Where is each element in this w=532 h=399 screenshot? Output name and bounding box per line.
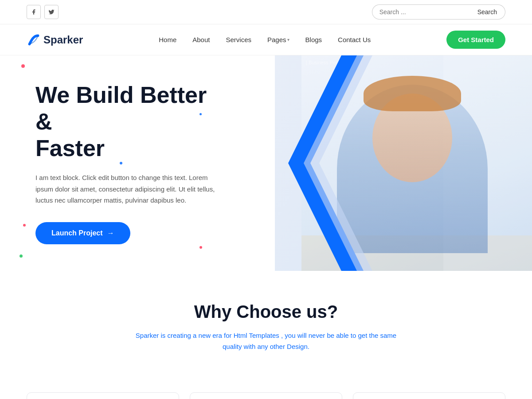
navbar: Sparker Home About Services Pages ▾ Blog…	[0, 24, 532, 55]
nav-item-pages[interactable]: Pages ▾	[267, 36, 289, 43]
nav-links: Home About Services Pages ▾ Blogs Contac…	[159, 36, 371, 44]
hero-section: We Build Better & Faster I am text block…	[0, 55, 532, 271]
blue-chevron-shape	[284, 55, 381, 271]
search-bar: Search	[372, 4, 505, 20]
nav-link-pages[interactable]: Pages ▾	[267, 36, 289, 43]
get-started-button[interactable]: Get Started	[446, 31, 505, 49]
nav-link-home[interactable]: Home	[159, 36, 176, 43]
hero-body-text: I am text block. Click edit button to ch…	[35, 172, 222, 206]
nav-link-about[interactable]: About	[192, 36, 210, 43]
logo-text: Sparker	[43, 34, 83, 46]
search-button[interactable]: Search	[469, 4, 505, 20]
facebook-icon	[31, 9, 37, 15]
chevron-down-icon: ▾	[287, 37, 289, 42]
hero-image-area: [ Business Person Photo ]	[257, 55, 532, 271]
hero-content: We Build Better & Faster I am text block…	[0, 55, 248, 271]
why-description: Sparker is creating a new era for Html T…	[129, 330, 403, 352]
nav-link-contact[interactable]: Contact Us	[338, 36, 371, 43]
hero-title: We Build Better & Faster	[35, 82, 222, 161]
why-title: Why Choose us?	[27, 302, 505, 322]
search-input[interactable]	[372, 4, 469, 20]
card-2	[190, 392, 342, 399]
nav-item-home[interactable]: Home	[159, 36, 176, 44]
arrow-icon: →	[107, 229, 114, 237]
nav-item-blogs[interactable]: Blogs	[305, 36, 322, 44]
twitter-icon	[48, 9, 55, 15]
card-3	[353, 392, 505, 399]
card-1	[27, 392, 179, 399]
launch-project-button[interactable]: Launch Project →	[35, 222, 130, 244]
twitter-button[interactable]	[44, 5, 59, 19]
logo[interactable]: Sparker	[27, 33, 83, 47]
logo-icon	[27, 33, 41, 47]
nav-link-services[interactable]: Services	[226, 36, 251, 43]
nav-item-services[interactable]: Services	[226, 36, 251, 44]
why-section: Why Choose us? Sparker is creating a new…	[0, 271, 532, 392]
cards-row	[0, 392, 532, 399]
facebook-button[interactable]	[27, 5, 41, 19]
nav-link-blogs[interactable]: Blogs	[305, 36, 322, 43]
nav-item-about[interactable]: About	[192, 36, 210, 44]
nav-item-contact[interactable]: Contact Us	[338, 36, 371, 44]
top-bar: Search	[0, 0, 532, 24]
social-icons	[27, 5, 59, 19]
